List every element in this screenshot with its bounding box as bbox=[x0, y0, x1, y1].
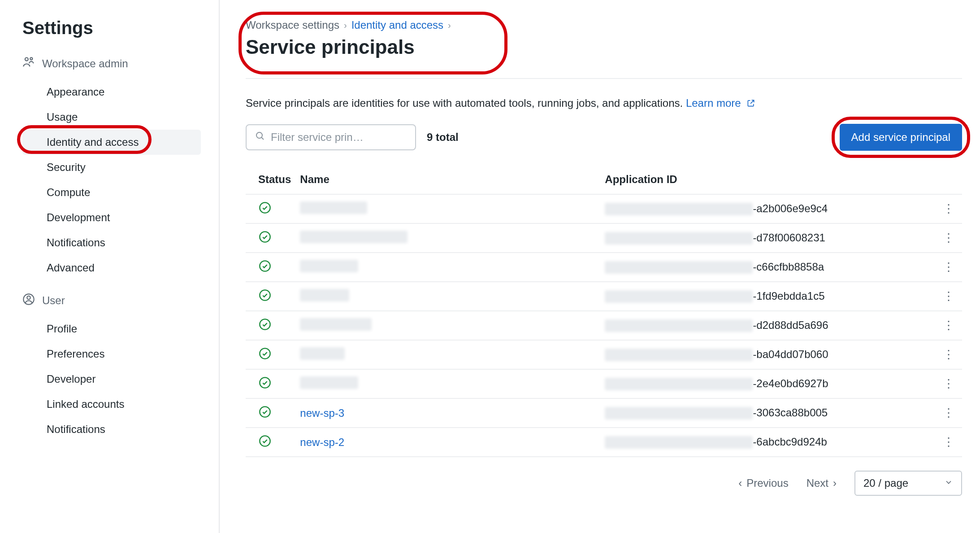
next-button[interactable]: Next › bbox=[807, 477, 837, 489]
row-actions-menu[interactable]: ⋮ bbox=[943, 319, 954, 332]
sidebar-item-profile[interactable]: Profile bbox=[22, 316, 201, 341]
svg-point-5 bbox=[260, 202, 270, 213]
sidebar-item-preferences[interactable]: Preferences bbox=[22, 341, 201, 367]
chevron-right-icon: › bbox=[344, 20, 347, 31]
filter-input[interactable] bbox=[271, 131, 407, 144]
sidebar-item-linked-accounts[interactable]: Linked accounts bbox=[22, 392, 201, 417]
application-id-suffix: -ba04dd07b060 bbox=[753, 348, 828, 360]
sidebar-item-compute[interactable]: Compute bbox=[22, 180, 201, 205]
application-id-cell: -a2b006e9e9c4 bbox=[600, 194, 935, 223]
row-actions-menu[interactable]: ⋮ bbox=[943, 406, 954, 419]
service-principal-link[interactable]: new-sp-2 bbox=[300, 436, 344, 448]
row-actions-menu[interactable]: ⋮ bbox=[943, 202, 954, 215]
sidebar-item-identity-and-access[interactable]: Identity and access bbox=[22, 130, 201, 155]
svg-point-13 bbox=[260, 436, 270, 446]
sidebar-item-security[interactable]: Security bbox=[22, 155, 201, 180]
table-row[interactable]: new-sp-3-3063ca88b005⋮ bbox=[246, 398, 962, 428]
application-id-cell: -1fd9ebdda1c5 bbox=[600, 282, 935, 311]
settings-sidebar: Settings Workspace admin Appearance Usag… bbox=[0, 0, 220, 533]
sidebar-item-advanced[interactable]: Advanced bbox=[22, 255, 201, 280]
status-active-icon bbox=[258, 288, 272, 302]
table-row[interactable]: -ba04dd07b060⋮ bbox=[246, 340, 962, 369]
application-id-suffix: -3063ca88b005 bbox=[753, 406, 828, 419]
status-cell bbox=[246, 223, 295, 253]
sidebar-item-appearance[interactable]: Appearance bbox=[22, 79, 201, 105]
redacted-name bbox=[300, 347, 345, 360]
redacted-name bbox=[300, 201, 367, 214]
status-cell bbox=[246, 369, 295, 398]
page-header: Workspace settings › Identity and access… bbox=[246, 13, 962, 67]
status-cell bbox=[246, 428, 295, 457]
search-icon bbox=[255, 131, 265, 144]
status-cell bbox=[246, 194, 295, 223]
application-id-suffix: -6abcbc9d924b bbox=[753, 436, 827, 448]
redacted-name bbox=[300, 231, 408, 243]
name-cell: new-sp-3 bbox=[295, 398, 600, 428]
table-row[interactable]: -c66cfbb8858a⋮ bbox=[246, 253, 962, 282]
row-actions-menu[interactable]: ⋮ bbox=[943, 289, 954, 303]
add-service-principal-button[interactable]: Add service principal bbox=[840, 124, 962, 151]
nav-workspace-admin: Appearance Usage Identity and access Sec… bbox=[22, 79, 201, 280]
sidebar-item-notifications[interactable]: Notifications bbox=[22, 230, 201, 255]
row-actions-menu[interactable]: ⋮ bbox=[943, 260, 954, 274]
divider bbox=[246, 78, 962, 79]
redacted-app-id-prefix bbox=[605, 261, 753, 274]
redacted-app-id-prefix bbox=[605, 378, 753, 390]
column-header-status[interactable]: Status bbox=[246, 167, 295, 194]
status-cell bbox=[246, 282, 295, 311]
row-actions-menu[interactable]: ⋮ bbox=[943, 231, 954, 245]
name-cell: new-sp-2 bbox=[295, 428, 600, 457]
chevron-right-icon: › bbox=[833, 477, 837, 489]
table-row[interactable]: -d2d88dd5a696⋮ bbox=[246, 311, 962, 340]
redacted-app-id-prefix bbox=[605, 436, 753, 449]
sidebar-item-developer[interactable]: Developer bbox=[22, 367, 201, 392]
table-row[interactable]: -1fd9ebdda1c5⋮ bbox=[246, 282, 962, 311]
chevron-down-icon bbox=[944, 477, 953, 489]
status-active-icon bbox=[258, 259, 272, 273]
toolbar: 9 total Add service principal bbox=[246, 124, 962, 151]
row-actions-menu[interactable]: ⋮ bbox=[943, 348, 954, 361]
redacted-app-id-prefix bbox=[605, 349, 753, 361]
workspace-admin-icon bbox=[22, 56, 35, 71]
redacted-name bbox=[300, 376, 358, 389]
previous-button[interactable]: ‹ Previous bbox=[738, 477, 788, 489]
redacted-app-id-prefix bbox=[605, 407, 753, 419]
redacted-app-id-prefix bbox=[605, 290, 753, 303]
row-actions-menu[interactable]: ⋮ bbox=[943, 435, 954, 449]
application-id-cell: -c66cfbb8858a bbox=[600, 253, 935, 282]
name-cell bbox=[295, 369, 600, 398]
row-actions-menu[interactable]: ⋮ bbox=[943, 377, 954, 390]
application-id-suffix: -a2b006e9e9c4 bbox=[753, 202, 828, 214]
section-label: User bbox=[42, 294, 65, 307]
external-link-icon bbox=[746, 98, 755, 110]
service-principal-link[interactable]: new-sp-3 bbox=[300, 407, 344, 419]
status-cell bbox=[246, 398, 295, 428]
status-active-icon bbox=[258, 347, 272, 360]
table-row[interactable]: -d78f00608231⋮ bbox=[246, 223, 962, 253]
svg-point-7 bbox=[260, 261, 270, 271]
column-header-name[interactable]: Name bbox=[295, 167, 600, 194]
status-active-icon bbox=[258, 376, 272, 389]
name-cell bbox=[295, 253, 600, 282]
filter-search[interactable] bbox=[246, 124, 416, 150]
table-row[interactable]: -a2b006e9e9c4⋮ bbox=[246, 194, 962, 223]
column-header-application-id[interactable]: Application ID bbox=[600, 167, 935, 194]
table-row[interactable]: -2e4e0bd6927b⋮ bbox=[246, 369, 962, 398]
learn-more-link[interactable]: Learn more bbox=[686, 97, 755, 109]
main-content: Workspace settings › Identity and access… bbox=[220, 0, 980, 533]
application-id-suffix: -d78f00608231 bbox=[753, 232, 825, 244]
status-active-icon bbox=[258, 201, 272, 214]
sidebar-item-usage[interactable]: Usage bbox=[22, 105, 201, 130]
svg-point-4 bbox=[256, 132, 262, 138]
sidebar-item-notifications-user[interactable]: Notifications bbox=[22, 417, 201, 442]
breadcrumb-root[interactable]: Workspace settings bbox=[246, 19, 339, 31]
redacted-app-id-prefix bbox=[605, 319, 753, 332]
pagination: ‹ Previous Next › 20 / page bbox=[246, 471, 962, 496]
section-label: Workspace admin bbox=[42, 57, 128, 70]
application-id-suffix: -1fd9ebdda1c5 bbox=[753, 290, 824, 302]
table-row[interactable]: new-sp-2-6abcbc9d924b⋮ bbox=[246, 428, 962, 457]
page-size-select[interactable]: 20 / page bbox=[854, 471, 962, 496]
redacted-name bbox=[300, 260, 358, 272]
breadcrumb-parent[interactable]: Identity and access bbox=[351, 19, 443, 31]
sidebar-item-development[interactable]: Development bbox=[22, 205, 201, 230]
